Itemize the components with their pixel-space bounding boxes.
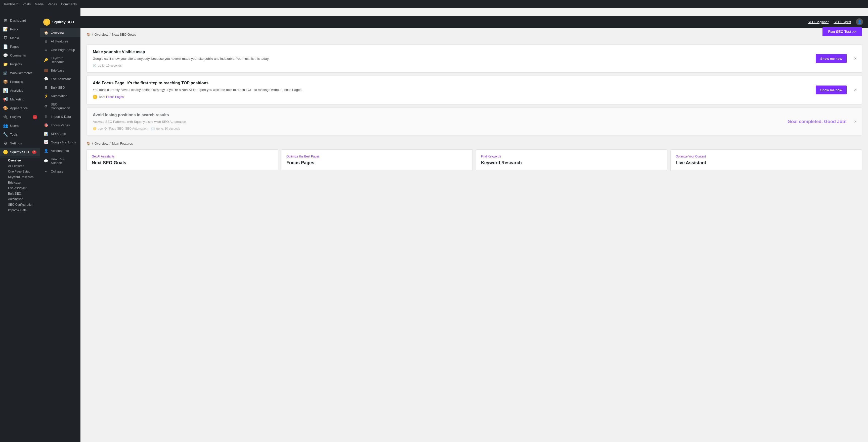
main-features-breadcrumb: 🏠 / Overview / Main Features [87,142,862,145]
feature-card-focus-pages[interactable]: Optimize the Best Pages Focus Pages [281,149,473,171]
sq-nav-bulk-seo[interactable]: ⊞ Bulk SEO [40,83,81,92]
sq-nav-how-to-support[interactable]: 💬 How To & Support [40,155,81,167]
run-seo-test-button[interactable]: Run SEO Test >> [823,27,862,36]
goal-2-description: You don't currently have a clearly defin… [93,88,856,93]
sub-item-bulk-seo[interactable]: Bulk SEO [2,191,40,196]
appearance-icon: 🎨 [3,106,8,110]
menu-item-plugins[interactable]: 🔌 Plugins 1 [0,112,40,121]
feature-card-keyword-research[interactable]: Find Keywords Keyword Research [476,149,668,171]
analytics-icon: 📊 [3,88,8,93]
show-how-button-2[interactable]: Show me how [816,86,847,95]
goal-1-description: Google can't show your site to anybody, … [93,56,856,61]
sq-nav-seo-audit[interactable]: 📊 SEO Audit [40,129,81,138]
menu-item-marketing[interactable]: 📢 Marketing [0,95,40,104]
sq-nav-keyword-research[interactable]: 🔑 Keyword Research [40,54,81,66]
feature-title-0: Next SEO Goals [92,160,273,166]
features-grid: Get AI Assistants Next SEO Goals Optimiz… [87,149,862,171]
collapse-icon: ← [44,169,48,173]
show-how-button-1[interactable]: Show me how [816,54,847,63]
adminbar-posts[interactable]: Posts [23,2,31,6]
pages-icon: 📄 [3,44,8,49]
feature-title-2: Keyword Research [481,160,662,166]
sq-nav-focus-pages[interactable]: 🎯 Focus Pages [40,121,81,129]
plugins-icon: 🔌 [3,114,8,119]
adminbar-comments[interactable]: Comments [61,2,77,6]
menu-item-projects[interactable]: 📁 Projects [0,60,40,69]
features-breadcrumb-main: Main Features [112,142,133,145]
menu-item-tools[interactable]: 🔧 Tools [0,130,40,139]
menu-item-squirrly[interactable]: 🟡 Squirrly SEO 2 [0,148,40,157]
settings-icon: ⚙ [3,141,8,146]
tools-icon: 🔧 [3,132,8,137]
import-data-icon: ⬆ [44,114,48,118]
marketing-icon: 📢 [3,97,8,102]
feature-card-next-seo-goals[interactable]: Get AI Assistants Next SEO Goals [87,149,278,171]
sub-item-one-page-setup[interactable]: One Page Setup [2,169,40,174]
adminbar-media[interactable]: Media [35,2,43,6]
user-avatar[interactable]: 👤 [856,18,863,25]
seo-beginner-link[interactable]: SEO Beginner [808,20,829,24]
sub-item-all-features[interactable]: All Features [2,163,40,169]
menu-item-products[interactable]: 📦 Products [0,77,40,86]
menu-item-settings[interactable]: ⚙ Settings [0,139,40,148]
goal-card-3: Avoid losing positions in search results… [87,107,862,136]
all-features-icon: ⊞ [44,39,48,43]
menu-item-woocommerce[interactable]: 🛒 WooCommerce [0,69,40,77]
menu-item-dashboard[interactable]: ⊞ Dashboard [0,16,40,25]
clock-icon-3: 🕐 [151,127,155,130]
focus-pages-link[interactable]: Focus Pages [106,95,124,99]
breadcrumb-item-next-seo-goals: Next SEO Goals [112,33,136,36]
menu-item-posts[interactable]: 📝 Posts [0,25,40,34]
sq-nav-automation[interactable]: ⚡ Automation [40,92,81,100]
squirrly-badge: 2 [32,150,36,154]
posts-icon: 📝 [3,27,8,32]
seo-expert-link[interactable]: SEO Expert [834,20,851,24]
sq-nav-one-page-setup[interactable]: ≡ One Page Setup [40,45,81,54]
close-goal-2-button[interactable]: × [854,88,857,93]
squirrly-logo-icon: 🟡 [43,19,50,26]
sub-item-import-data[interactable]: Import & Data [2,207,40,213]
sq-nav-collapse[interactable]: ← Collapse [40,167,81,175]
sq-nav-overview[interactable]: 🏠 Overview [40,28,81,37]
goal-3-description: Activate SEO Patterns, with Squirrly's s… [93,119,856,124]
menu-item-appearance[interactable]: 🎨 Appearance [0,104,40,112]
seo-configuration-icon: ⚙ [44,104,48,108]
sub-item-briefcase[interactable]: Briefcase [2,180,40,185]
automation-icon: ⚡ [44,94,48,98]
bulk-seo-icon: ⊞ [44,86,48,90]
products-icon: 📦 [3,79,8,84]
feature-tag-3: Optimize Your Content [676,155,857,158]
menu-item-analytics[interactable]: 📊 Analytics [0,86,40,95]
sq-nav-account-info[interactable]: 👤 Account Info [40,146,81,155]
close-goal-3-button[interactable]: × [854,119,857,124]
squirrly-panel: 🟡 Squirrly SEO 🏠 Overview ⊞ All Features… [40,8,81,442]
menu-item-comments[interactable]: 💬 Comments [0,51,40,60]
sub-item-keyword-research[interactable]: Keyword Research [2,174,40,180]
feature-tag-2: Find Keywords [481,155,662,158]
squirrly-menu-icon: 🟡 [3,150,8,155]
sq-nav-live-assistant[interactable]: 💬 Live Assistant [40,75,81,83]
how-to-support-icon: 💬 [44,159,48,163]
sub-item-live-assistant[interactable]: Live Assistant [2,185,40,191]
sq-nav-seo-configuration[interactable]: ⚙ SEO Configuration [40,100,81,112]
features-home-icon: 🏠 [87,142,91,145]
keyword-research-icon: 🔑 [44,58,48,62]
menu-item-users[interactable]: 👥 Users [0,121,40,130]
adminbar-pages[interactable]: Pages [48,2,57,6]
comments-icon: 💬 [3,53,8,58]
close-goal-1-button[interactable]: × [854,56,857,61]
goal-1-time: 🕐 up to: 10 seconds [93,64,856,67]
feature-card-live-assistant[interactable]: Optimize Your Content Live Assistant [670,149,862,171]
sq-nav-all-features[interactable]: ⊞ All Features [40,37,81,45]
menu-item-pages[interactable]: 📄 Pages [0,42,40,51]
sub-item-automation[interactable]: Automation [2,196,40,202]
sub-item-seo-configuration[interactable]: SEO Configuration [2,202,40,207]
sq-nav-import-data[interactable]: ⬆ Import & Data [40,112,81,121]
sq-nav-briefcase[interactable]: 💼 Briefcase [40,66,81,75]
sq-nav-google-rankings[interactable]: 📈 Google Rankings [40,138,81,146]
woocommerce-icon: 🛒 [3,71,8,75]
adminbar-dashboard[interactable]: Dashboard [2,2,19,6]
sub-item-overview[interactable]: Overview [2,158,40,163]
menu-item-media[interactable]: 🖼 Media [0,34,40,42]
goal-2-title: Add Focus Page. It's the first step to r… [93,81,856,86]
